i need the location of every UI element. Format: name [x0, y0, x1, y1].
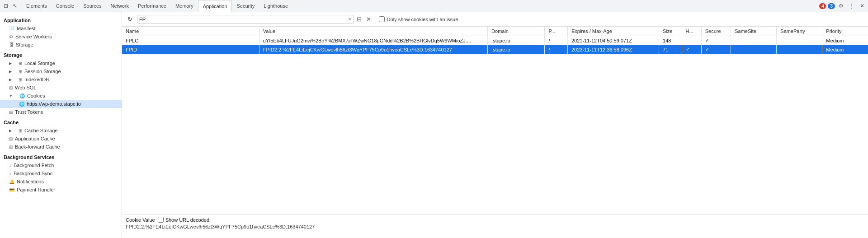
sidebar-item-background-sync[interactable]: ↕ Background Sync: [0, 169, 122, 177]
sidebar-item-application-cache[interactable]: ⊞ Application Cache: [0, 135, 122, 143]
sidebar-item-manifest[interactable]: 📄 Manifest: [0, 24, 122, 33]
sidebar-item-back-forward-cache[interactable]: ⊞ Back-forward Cache: [0, 143, 122, 151]
tab-bar: ⊡ ↖ Elements Console Sources Network Per…: [0, 0, 868, 12]
table-header-row: Name Value Domain P... Expires / Max-Age…: [122, 27, 868, 36]
col-header-path[interactable]: P...: [545, 27, 568, 36]
local-storage-icon: ⊞: [19, 61, 22, 66]
cookies-table-wrapper: Name Value Domain P... Expires / Max-Age…: [122, 27, 868, 215]
more-icon[interactable]: ⋮: [847, 2, 856, 10]
col-header-secure[interactable]: Secure: [701, 27, 731, 36]
sidebar-item-session-storage[interactable]: ⊞ Session Storage: [0, 67, 122, 75]
warning-badge: 3: [828, 3, 835, 9]
section-cache: Cache: [0, 116, 122, 126]
only-issues-label[interactable]: Only show cookies with an issue: [379, 16, 458, 22]
section-storage: Storage: [0, 49, 122, 59]
col-header-size[interactable]: Size: [659, 27, 682, 36]
cookie-value-label: Cookie Value: [126, 217, 155, 223]
back-forward-cache-icon: ⊞: [9, 145, 13, 149]
col-header-expires[interactable]: Expires / Max-Age: [567, 27, 659, 36]
sidebar-item-local-storage[interactable]: ⊞ Local Storage: [0, 59, 122, 67]
col-header-http[interactable]: H...: [682, 27, 701, 36]
section-background-services: Background Services: [0, 151, 122, 161]
col-header-samesite[interactable]: SameSite: [731, 27, 777, 36]
trust-tokens-icon: ⊞: [9, 110, 13, 115]
close-icon[interactable]: ✕: [858, 2, 866, 10]
table-row[interactable]: FPIDFPID2.2.%2FE4LiEejCKwGLwevlh56zt3WqY…: [122, 45, 868, 54]
cookie-value-panel: Cookie Value Show URL decoded FPID2.2.%2…: [122, 215, 868, 238]
filter-icon[interactable]: ⊟: [357, 16, 362, 23]
tab-elements[interactable]: Elements: [22, 0, 52, 12]
col-header-domain[interactable]: Domain: [488, 27, 545, 36]
sidebar-item-cookies[interactable]: 🌐 Cookies: [0, 92, 122, 100]
delete-button[interactable]: ✕: [364, 15, 373, 23]
refresh-button[interactable]: ↻: [126, 15, 134, 23]
tab-memory[interactable]: Memory: [171, 0, 198, 12]
sidebar-item-cache-storage[interactable]: ⊞ Cache Storage: [0, 126, 122, 135]
search-clear-icon[interactable]: ✕: [348, 16, 352, 22]
settings-icon[interactable]: ⚙: [837, 2, 845, 10]
web-sql-icon: ⊞: [9, 85, 13, 90]
url-decode-checkbox[interactable]: [158, 217, 164, 223]
tab-bar-controls: ⊡ ↖: [2, 2, 19, 10]
search-input[interactable]: [139, 17, 348, 22]
toolbar: ↻ ✕ ⊟ ✕ Only show cookies with an issue: [122, 12, 868, 27]
tab-bar-right: 4 3 ⚙ ⋮ ✕: [819, 2, 868, 10]
search-wrapper: ✕: [137, 15, 354, 23]
bg-fetch-icon: ↕: [9, 163, 11, 168]
bg-sync-icon: ↕: [9, 171, 11, 176]
notifications-icon: 🔔: [9, 179, 14, 184]
content-area: ↻ ✕ ⊟ ✕ Only show cookies with an issue …: [122, 12, 868, 238]
tab-performance[interactable]: Performance: [133, 0, 171, 12]
sidebar-item-storage-top[interactable]: 🗄 Storage: [0, 41, 122, 49]
cookies-tbody: FPLCuYI5Eb4LFUJuG2mw%2BnY%2BMX7jrfWZwNG1…: [122, 36, 868, 54]
cookie-value-text: FPID2.2.%2FE4LiEejCKwGLwevlh56zt3WqYPF75…: [126, 224, 864, 229]
indexeddb-icon: ⊞: [19, 77, 22, 82]
url-decode-label[interactable]: Show URL decoded: [158, 217, 209, 223]
sidebar: Application 📄 Manifest ⚙ Service Workers…: [0, 12, 122, 238]
tab-security[interactable]: Security: [232, 0, 259, 12]
cookies-table: Name Value Domain P... Expires / Max-Age…: [122, 27, 868, 54]
manifest-icon: 📄: [9, 26, 14, 31]
sidebar-item-notifications[interactable]: 🔔 Notifications: [0, 177, 122, 186]
application-cache-icon: ⊞: [9, 136, 13, 141]
col-header-sameparty[interactable]: SameParty: [777, 27, 822, 36]
main-layout: Application 📄 Manifest ⚙ Service Workers…: [0, 12, 868, 238]
sidebar-item-cookies-url[interactable]: 🌐 https://wp-demo.stape.io: [0, 100, 122, 108]
tab-application[interactable]: Application: [198, 0, 232, 12]
cookie-value-header: Cookie Value Show URL decoded: [126, 217, 864, 223]
dock-icon[interactable]: ⊡: [2, 2, 10, 10]
section-application: Application: [0, 14, 122, 24]
sidebar-item-web-sql[interactable]: ⊞ Web SQL: [0, 84, 122, 92]
cache-storage-icon: ⊞: [19, 128, 22, 133]
sidebar-item-background-fetch[interactable]: ↕ Background Fetch: [0, 161, 122, 169]
sidebar-item-payment-handler[interactable]: 💳 Payment Handler: [0, 186, 122, 194]
table-row[interactable]: FPLCuYI5Eb4LFUJuG2mw%2BnY%2BMX7jrfWZwNG1…: [122, 36, 868, 45]
sidebar-item-service-workers[interactable]: ⚙ Service Workers: [0, 33, 122, 41]
col-header-priority[interactable]: Priority: [822, 27, 868, 36]
col-header-name[interactable]: Name: [122, 27, 259, 36]
tab-lighthouse[interactable]: Lighthouse: [259, 0, 292, 12]
payment-handler-icon: 💳: [9, 187, 14, 192]
toolbar-divider: [376, 16, 376, 23]
tab-sources[interactable]: Sources: [79, 0, 106, 12]
cookie-url-icon: 🌐: [19, 102, 24, 107]
inspect-icon[interactable]: ↖: [11, 2, 19, 10]
sidebar-item-indexeddb[interactable]: ⊞ IndexedDB: [0, 75, 122, 84]
service-workers-icon: ⚙: [9, 34, 13, 39]
storage-top-icon: 🗄: [9, 42, 14, 47]
cookies-icon: 🌐: [19, 93, 25, 98]
col-header-value[interactable]: Value: [259, 27, 487, 36]
sidebar-item-trust-tokens[interactable]: ⊞ Trust Tokens: [0, 108, 122, 116]
tab-network[interactable]: Network: [106, 0, 133, 12]
session-storage-icon: ⊞: [19, 69, 22, 74]
only-issues-checkbox[interactable]: [379, 16, 385, 22]
error-badge: 4: [819, 3, 826, 9]
tab-console[interactable]: Console: [52, 0, 79, 12]
